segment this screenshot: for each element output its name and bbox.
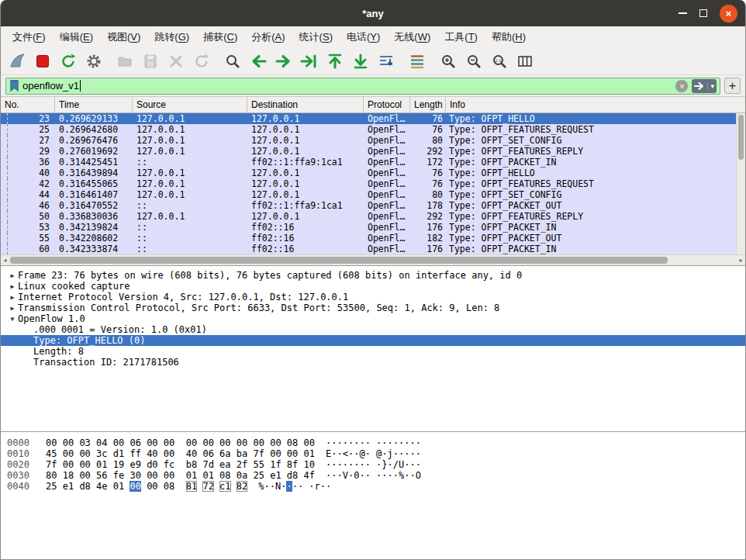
ascii-char[interactable]: · xyxy=(393,470,399,481)
packet-row[interactable]: 270.269676476127.0.0.1127.0.0.1OpenFl…80… xyxy=(1,135,736,146)
ascii-char[interactable]: · xyxy=(382,448,387,459)
hex-byte[interactable]: 25 xyxy=(46,481,57,492)
ascii-char[interactable]: · xyxy=(359,459,364,470)
hex-byte[interactable]: 00 xyxy=(63,459,74,470)
menu-item-wireless[interactable]: 无线(W) xyxy=(387,27,437,47)
hex-row[interactable]: 001045 00 00 3c d1 ff 40 00 40 06 6a ba … xyxy=(1,448,745,459)
hex-byte[interactable]: 00 xyxy=(147,481,157,492)
ascii-char[interactable]: < xyxy=(343,448,348,459)
auto-scroll-icon[interactable] xyxy=(373,50,399,73)
colorize-packets-icon[interactable] xyxy=(404,50,430,73)
column-header-time[interactable]: Time xyxy=(55,97,133,112)
ascii-char[interactable]: · xyxy=(298,481,303,492)
hex-byte[interactable]: d8 xyxy=(287,470,298,481)
packet-row[interactable]: 550.342208602::ff02::16OpenFl…182Type: O… xyxy=(1,233,736,244)
hex-byte[interactable]: d0 xyxy=(147,459,157,470)
hex-byte[interactable]: 00 xyxy=(202,437,213,448)
expand-arrow-icon[interactable]: ▶ xyxy=(7,305,18,312)
ascii-char[interactable]: / xyxy=(393,459,399,470)
ascii-char[interactable]: · xyxy=(337,470,342,481)
filter-add-button[interactable]: + xyxy=(724,78,741,94)
hex-byte[interactable]: 03 xyxy=(79,437,90,448)
hex-byte[interactable]: 81 xyxy=(186,481,197,492)
menu-item-analyze[interactable]: 分析(A) xyxy=(244,27,292,47)
filter-bookmark-icon[interactable] xyxy=(9,79,19,92)
zoom-100-icon[interactable]: 1:1 xyxy=(486,50,512,73)
maximize-button[interactable] xyxy=(699,2,707,25)
hex-byte[interactable]: 7f xyxy=(46,459,57,470)
hex-byte[interactable]: b8 xyxy=(186,459,197,470)
resize-columns-icon[interactable] xyxy=(512,50,537,73)
ascii-char[interactable]: j xyxy=(388,448,393,459)
hex-row[interactable]: 00207f 00 00 01 19 e9 d0 fc b8 7d ea 2f … xyxy=(1,459,745,470)
hex-byte[interactable]: 00 xyxy=(270,448,281,459)
hex-byte[interactable]: 00 xyxy=(46,437,57,448)
ascii-char[interactable]: · xyxy=(404,459,409,470)
hex-row[interactable]: 004025 e1 d8 4e 01 00 00 08 81 72 c1 82%… xyxy=(1,481,745,492)
ascii-char[interactable]: @ xyxy=(359,448,364,459)
hex-byte[interactable]: ba xyxy=(237,448,247,459)
column-header-no[interactable]: No. xyxy=(1,97,55,112)
ascii-char[interactable]: · xyxy=(326,481,331,492)
hex-byte[interactable]: e9 xyxy=(130,459,140,470)
hex-byte[interactable]: 40 xyxy=(147,448,157,459)
ascii-char[interactable]: · xyxy=(388,470,393,481)
hex-row[interactable]: 003080 18 00 56 fe 30 00 00 01 01 08 0a … xyxy=(1,470,745,481)
hex-byte[interactable]: 3c xyxy=(96,448,107,459)
scroll-right-arrow-icon[interactable]: ▸ xyxy=(737,255,745,265)
detail-line[interactable]: .000 0001 = Version: 1.0 (0x01) xyxy=(1,324,745,335)
hex-byte[interactable]: 00 xyxy=(79,459,90,470)
detail-line[interactable]: ▼OpenFlow 1.0 xyxy=(1,313,745,324)
go-to-packet-icon[interactable] xyxy=(296,50,322,73)
ascii-char[interactable]: · xyxy=(359,437,364,448)
display-filter-input[interactable]: openflow_v1 × ▾ xyxy=(5,78,720,95)
detail-line[interactable]: ▶Internet Protocol Version 4, Src: 127.0… xyxy=(1,292,745,302)
packet-row[interactable]: 400.316439894127.0.0.1127.0.0.1OpenFl…76… xyxy=(1,168,736,178)
packet-row[interactable]: 530.342139824::ff02::16OpenFl…176Type: O… xyxy=(1,222,736,233)
horizontal-scrollbar-thumb[interactable] xyxy=(10,257,668,264)
ascii-char[interactable]: · xyxy=(410,437,416,448)
ascii-char[interactable]: · xyxy=(393,437,399,448)
ascii-char[interactable]: · xyxy=(264,481,269,492)
packet-row[interactable]: 600.342333874::ff02::16OpenFl…176Type: O… xyxy=(1,244,736,254)
hex-byte[interactable]: 4e xyxy=(96,481,107,492)
hex-byte[interactable]: 18 xyxy=(63,470,74,481)
hex-byte[interactable]: 19 xyxy=(113,459,124,470)
menu-item-file[interactable]: 文件(F) xyxy=(5,27,53,47)
menu-item-go[interactable]: 跳转(G) xyxy=(147,27,196,47)
ascii-char[interactable]: · xyxy=(410,459,416,470)
hex-byte[interactable]: 4f xyxy=(304,470,315,481)
hex-byte[interactable]: 7d xyxy=(202,459,213,470)
zoom-out-icon[interactable] xyxy=(461,50,486,73)
go-forward-icon[interactable] xyxy=(271,50,296,73)
column-header-info[interactable]: Info xyxy=(446,97,745,112)
hex-byte[interactable]: e1 xyxy=(63,481,74,492)
hex-byte[interactable]: 2f xyxy=(237,459,247,470)
capture-options-fin-icon[interactable] xyxy=(4,50,29,73)
hex-byte[interactable]: 00 xyxy=(186,437,197,448)
column-header-destination[interactable]: Destination xyxy=(247,97,364,112)
hex-byte[interactable]: 00 xyxy=(164,437,174,448)
hex-byte[interactable]: 06 xyxy=(202,448,213,459)
hex-byte[interactable]: 0a xyxy=(237,470,247,481)
menu-item-statistics[interactable]: 统计(S) xyxy=(292,27,340,47)
ascii-char[interactable]: · xyxy=(343,437,348,448)
stop-capture-icon[interactable] xyxy=(29,50,55,73)
find-packet-icon[interactable] xyxy=(219,50,245,73)
hex-byte[interactable]: fe xyxy=(113,470,124,481)
hex-byte[interactable]: 08 xyxy=(287,437,298,448)
packet-row[interactable]: 290.276019692127.0.0.1127.0.0.1OpenFl…29… xyxy=(1,146,736,157)
go-last-packet-icon[interactable] xyxy=(347,50,373,73)
ascii-char[interactable]: · xyxy=(365,470,371,481)
menu-item-capture[interactable]: 捕获(C) xyxy=(196,27,244,47)
hex-byte[interactable]: 45 xyxy=(46,448,57,459)
ascii-char[interactable]: · xyxy=(365,437,371,448)
ascii-char[interactable]: · xyxy=(410,448,416,459)
ascii-char[interactable]: · xyxy=(388,459,393,470)
detail-line[interactable]: ▶Linux cooked capture xyxy=(1,281,745,292)
hex-byte[interactable]: 08 xyxy=(219,470,230,481)
ascii-char[interactable]: · xyxy=(388,437,393,448)
minimize-button[interactable] xyxy=(679,2,687,25)
packet-list-horizontal-scrollbar[interactable]: ◂ ▸ xyxy=(1,254,745,265)
column-header-source[interactable]: Source xyxy=(133,97,247,112)
